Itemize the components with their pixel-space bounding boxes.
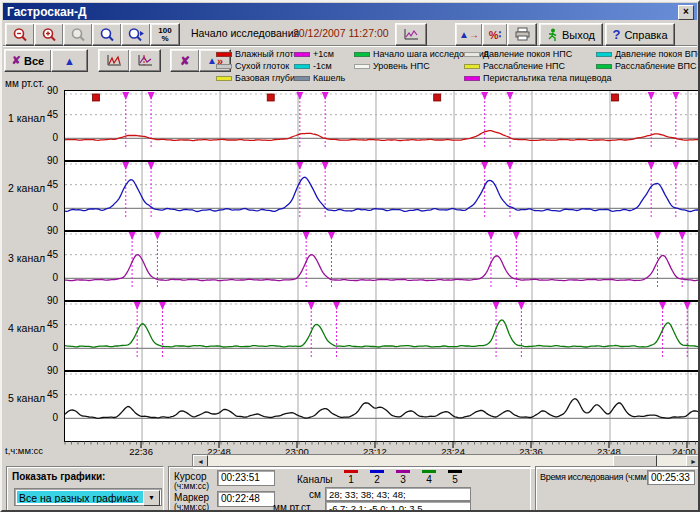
legend-swatch	[216, 64, 232, 69]
legend-swatch	[596, 52, 612, 57]
legend-swatch	[294, 76, 310, 81]
show-charts-dropdown[interactable]: Все на разных графиках ▼	[14, 488, 162, 506]
help-label: Справка	[624, 29, 667, 41]
help-button[interactable]: ? Справка	[605, 23, 675, 46]
legend-item: Влажный глоток	[216, 48, 305, 60]
zoom-window-button[interactable]	[92, 23, 122, 46]
percent-settings-button[interactable]: % ∶	[482, 23, 508, 46]
zoom-prev-button-disabled[interactable]	[63, 23, 93, 46]
print-button[interactable]	[507, 23, 537, 46]
legend-item: Расслабление НПС	[464, 60, 612, 72]
scroll-right-icon: ►	[690, 458, 697, 465]
analysis-chart-button[interactable]	[98, 49, 130, 72]
legend-label: Кашель	[313, 73, 345, 83]
zoom-100-percent: %	[161, 35, 168, 43]
channel-label: 4 канал	[8, 322, 45, 334]
zoom-in-icon	[41, 27, 58, 43]
plot-area[interactable]	[64, 90, 699, 442]
channel-color-swatch	[448, 470, 462, 473]
cm-label: см	[309, 489, 321, 500]
legend-swatch	[354, 64, 370, 69]
legend-label: -1см	[313, 61, 332, 71]
close-icon: ×	[683, 6, 689, 17]
main-toolbar: 100 % Начало исследования 20/12/2007 11:…	[3, 20, 697, 47]
percent-icon: %	[489, 29, 499, 41]
show-markers-button[interactable]: ▲	[51, 49, 88, 72]
channel-number: 3	[393, 474, 413, 485]
show-charts-group: Показать графики: Все на разных графиках…	[6, 466, 164, 511]
zoom-in-button[interactable]	[34, 23, 64, 46]
show-charts-label: Показать графики:	[12, 471, 105, 482]
y-tick-label: 90	[47, 155, 58, 166]
zoom-shift-button[interactable]	[121, 23, 151, 46]
analysis-chart2-button[interactable]	[129, 49, 161, 72]
zoom-100-button[interactable]: 100 %	[150, 23, 180, 46]
y-tick-label: 45	[47, 109, 58, 120]
dropdown-arrow-icon[interactable]: ▼	[143, 490, 160, 506]
channel-number: 1	[341, 474, 361, 485]
channel-positions-field[interactable]: 28; 33; 38; 43; 48;	[325, 487, 471, 501]
legend-item: Перистальтика тела пищевода	[464, 72, 612, 84]
duration-field[interactable]: 00:25:33	[647, 470, 695, 485]
legend-column: Влажный глотокСухой глотокБазовая глубин…	[216, 48, 305, 84]
channels-label: Каналы	[297, 474, 333, 485]
y-tick-label: 90	[47, 85, 58, 96]
zoom-shift-icon	[127, 27, 146, 43]
legend-swatch	[596, 64, 612, 69]
chart-view-button[interactable]	[395, 23, 427, 46]
mini-chart-icon	[105, 53, 123, 68]
scroll-left-icon: ◄	[197, 458, 204, 465]
exit-button[interactable]: Выход	[539, 23, 603, 46]
legend-label: Расслабление НПС	[483, 61, 565, 71]
zoom-out-button[interactable]	[5, 23, 35, 46]
y-tick-label: 90	[47, 365, 58, 376]
mmhg-label: мм рт.ст.	[273, 502, 312, 512]
study-duration-group: Время исследования (ч:мм:сс) 00:25:33	[535, 466, 699, 511]
hide-all-markers-button[interactable]: ✘ Все	[4, 49, 52, 72]
duration-label: Время исследования (ч:мм:сс)	[540, 472, 660, 482]
study-start-value: 20/12/2007 11:27:00	[293, 27, 389, 39]
delete-marker-button[interactable]: ✘	[170, 49, 200, 72]
close-button[interactable]: ×	[678, 5, 694, 20]
channel-number: 2	[367, 474, 387, 485]
channel-color-swatch	[344, 470, 358, 473]
marker-units: (ч:мм:сс)	[174, 502, 209, 512]
x-tick-label: 22:36	[124, 446, 158, 457]
legend-item: Давление покоя НПС	[464, 48, 612, 60]
mini-chart2-icon	[136, 53, 154, 68]
zoom-disabled-icon	[70, 27, 87, 43]
cursor-units: (ч:мм:сс)	[174, 481, 209, 491]
legend-label: +1см	[313, 49, 334, 59]
legend-item: Кашель	[294, 72, 345, 84]
channel-number: 5	[445, 474, 465, 485]
legend-swatch	[216, 76, 232, 81]
channel-label: 2 канал	[8, 182, 45, 194]
marker-time-field[interactable]: 00:22:48	[217, 491, 275, 507]
y-tick-label: 0	[52, 132, 58, 143]
colon-icon: ∶	[498, 28, 501, 41]
help-icon: ?	[612, 27, 620, 42]
legend-swatch	[464, 52, 480, 57]
legend-label: Влажный глоток	[235, 49, 302, 59]
legend-item: -1см	[294, 60, 345, 72]
channel-label: 3 канал	[8, 252, 45, 264]
legend-label: Уровень НПС	[373, 61, 430, 71]
y-tick-label: 0	[52, 272, 58, 283]
x-axis-unit-label: t,ч:мм:сс	[5, 445, 43, 456]
legend-item: Давление покоя ВПС	[596, 48, 700, 60]
channel-color-swatch	[422, 470, 436, 473]
running-man-icon	[547, 28, 558, 42]
legend-swatch	[294, 64, 310, 69]
channel-color-swatch	[396, 470, 410, 473]
zoom-out-icon	[12, 27, 29, 43]
cursor-time-field[interactable]: 00:23:51	[217, 470, 275, 486]
legend-item: +1см	[294, 48, 345, 60]
y-tick-label: 45	[47, 249, 58, 260]
exit-label: Выход	[562, 29, 595, 41]
legend-label: Сухой глоток	[235, 61, 289, 71]
y-tick-label: 90	[47, 225, 58, 236]
cross-icon: ✘	[180, 54, 190, 68]
y-tick-label: 90	[47, 295, 58, 306]
marker-jump-button[interactable]: ▲ →	[455, 23, 483, 46]
channel-values-field[interactable]: -6,7; 2,1; -5,0; 1,0; 3,5	[325, 501, 471, 512]
